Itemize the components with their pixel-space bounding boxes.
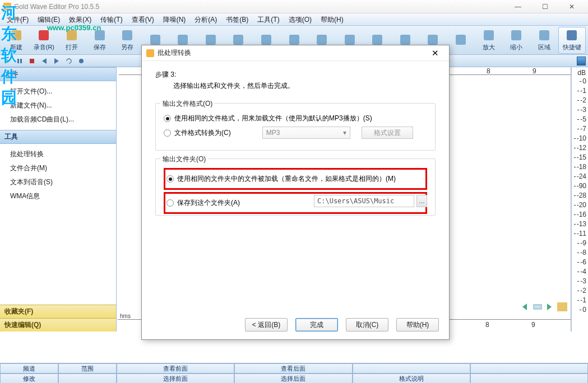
- svg-rect-11: [317, 35, 327, 45]
- radio-save-to-folder[interactable]: [166, 199, 174, 207]
- menu-10[interactable]: 帮助(H): [316, 13, 348, 25]
- radio-same-folder-label: 使用相同的文件夹中的文件被加载（重命名文件，如果格式是相同的）(M): [177, 174, 396, 184]
- status-cell-1-0: 修改: [0, 373, 58, 383]
- saveas-label: 另存: [121, 43, 133, 52]
- output-folder-legend: 输出文件夹(O): [160, 155, 208, 164]
- svg-rect-7: [206, 35, 216, 45]
- status-cell-1-5: [470, 373, 588, 383]
- help-button[interactable]: 帮助(H): [396, 318, 439, 331]
- db-tick: -5: [577, 115, 586, 123]
- radio-same-folder[interactable]: [166, 175, 174, 183]
- forward-icon[interactable]: [52, 56, 62, 66]
- pause-icon[interactable]: [15, 56, 25, 66]
- browse-button[interactable]: ...: [416, 195, 427, 207]
- db-tick: 0: [580, 77, 586, 85]
- menu-9[interactable]: 选项(O): [284, 13, 316, 25]
- rewind-icon[interactable]: [39, 56, 49, 66]
- close-button[interactable]: ✕: [559, 0, 585, 13]
- status-cell-0-1: 范围: [58, 363, 117, 373]
- toolbar-record[interactable]: 录音(R): [30, 27, 58, 54]
- scroll-bar-icon[interactable]: [533, 302, 543, 311]
- db-tick: -28: [574, 192, 586, 199]
- toolbar-saveas[interactable]: 另存: [113, 27, 141, 54]
- status-bar: 频道范围查看前面查看后面 修改选择前面选择后面格式说明: [0, 363, 588, 383]
- svg-rect-19: [539, 30, 549, 40]
- menu-0[interactable]: 文件(F): [2, 13, 33, 25]
- db-tick: -10: [574, 134, 586, 142]
- svg-rect-31: [557, 302, 567, 311]
- sidebar-tool-item-3[interactable]: WMA信息: [0, 189, 116, 203]
- toolbar-zoom[interactable]: [447, 27, 475, 54]
- new-icon: [10, 29, 23, 42]
- cancel-button[interactable]: 取消(C): [346, 318, 388, 331]
- dialog-close-button[interactable]: ✕: [425, 46, 445, 60]
- sidebar-file-item-2[interactable]: 加载音频CD曲目(L)...: [0, 113, 116, 127]
- svg-rect-17: [484, 30, 494, 40]
- toolbar-zoomout[interactable]: 缩小: [502, 27, 530, 54]
- menu-8[interactable]: 工具(T): [253, 13, 284, 25]
- delete-icon: [315, 33, 328, 46]
- toolbar-hotkey[interactable]: 快捷键: [558, 27, 586, 54]
- toolbar-new[interactable]: 新建: [2, 27, 30, 54]
- play-icon[interactable]: [2, 56, 12, 66]
- menu-7[interactable]: 书签(B): [221, 13, 253, 25]
- svg-point-27: [79, 59, 84, 63]
- menu-1[interactable]: 编辑(E): [33, 13, 64, 25]
- maximize-button[interactable]: ☐: [532, 0, 558, 13]
- menu-3[interactable]: 传输(T): [96, 13, 127, 25]
- mini-controls: [520, 302, 567, 311]
- radio-save-to-folder-label: 保存到这个文件夹(A): [177, 198, 240, 208]
- format-combo[interactable]: MP3: [262, 127, 350, 139]
- batch-convert-dialog: 批处理转换 ✕ 步骤 3: 选择输出格式和文件夹，然后单击完成。 输出文件格式(…: [141, 45, 450, 340]
- db-tick: -24: [574, 172, 586, 180]
- status-cell-0-5: [470, 363, 588, 373]
- db-tick: -18: [574, 163, 586, 171]
- db-tick: -1: [577, 296, 586, 304]
- db-scale: dB 0-1-2-3-5-7-10-12-15-18-24-90-28-20-1…: [571, 67, 588, 331]
- hotkey-icon: [565, 29, 578, 42]
- db-tick: -1: [577, 87, 586, 95]
- sidebar-quick-edit[interactable]: 快速编辑(Q): [0, 318, 116, 331]
- toolbar-handle-icon[interactable]: [577, 57, 586, 66]
- redo-icon: [176, 33, 189, 46]
- sidebar-tool-item-0[interactable]: 批处理转换: [0, 147, 116, 161]
- toolbar-open[interactable]: 打开: [58, 27, 86, 54]
- svg-rect-12: [345, 35, 355, 45]
- folder-path-input[interactable]: [314, 195, 414, 207]
- status-cell-1-3: 选择后面: [234, 373, 352, 383]
- toolbar-region[interactable]: 区域: [530, 27, 558, 54]
- svg-rect-16: [456, 35, 466, 45]
- menu-4[interactable]: 查看(V): [127, 13, 159, 25]
- format-settings-button[interactable]: 格式设置: [362, 127, 413, 139]
- sidebar-file-item-1[interactable]: 新建文件(N)...: [0, 99, 116, 113]
- radio-convert-format[interactable]: [164, 129, 171, 137]
- scroll-right-icon[interactable]: [545, 302, 555, 311]
- menu-2[interactable]: 效果(X): [64, 13, 96, 25]
- db-tick: 0: [580, 306, 586, 314]
- svg-marker-30: [547, 303, 552, 310]
- save-icon: [93, 29, 107, 42]
- svg-rect-6: [178, 35, 188, 45]
- sidebar-favorites[interactable]: 收藏夹(F): [0, 305, 116, 318]
- sidebar-tool-item-1[interactable]: 文件合并(M): [0, 161, 116, 175]
- saveas-icon: [121, 29, 134, 42]
- minimize-button[interactable]: —: [505, 0, 531, 13]
- toolbar-save[interactable]: 保存: [86, 27, 114, 54]
- stop-icon[interactable]: [27, 56, 37, 66]
- marker-icon[interactable]: [76, 56, 86, 66]
- menu-5[interactable]: 降噪(N): [159, 13, 191, 25]
- loop-icon[interactable]: [64, 56, 74, 66]
- scroll-left-icon[interactable]: [520, 302, 530, 311]
- zoomout-icon: [510, 29, 523, 42]
- finish-button[interactable]: 完成: [295, 318, 338, 331]
- open-icon: [65, 29, 78, 42]
- svg-rect-29: [534, 305, 541, 309]
- sidebar-file-item-0[interactable]: 打开文件(O)...: [0, 85, 116, 99]
- menu-6[interactable]: 分析(A): [190, 13, 221, 25]
- sidebar-tool-item-2[interactable]: 文本到语音(S): [0, 175, 116, 189]
- toolbar-zoomin[interactable]: 放大: [475, 27, 503, 54]
- back-button[interactable]: < 返回(B): [245, 318, 288, 331]
- radio-same-format[interactable]: [164, 115, 171, 122]
- grip-icon[interactable]: [557, 302, 567, 311]
- region-label: 区域: [538, 43, 550, 52]
